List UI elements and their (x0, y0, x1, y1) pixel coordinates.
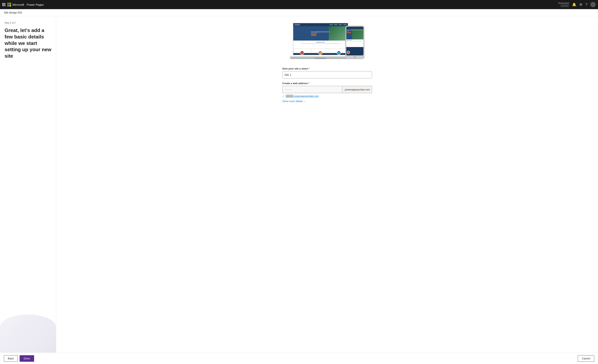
waffle-menu[interactable] (2, 3, 5, 6)
settings-icon[interactable]: ⚙ (579, 2, 582, 7)
screen-hero: Create an engaging headline, welcome, or… (293, 26, 348, 40)
show-more-label: Show more details (282, 100, 303, 103)
done-button[interactable]: Done (20, 355, 34, 362)
topbar-right: Environment ·········· 🔔 ⚙ ? (558, 2, 596, 7)
right-panel: Create an engaging headline, welcome, or… (56, 16, 598, 353)
mobile-mockup: Create an engaging headline, welcome, or… (345, 26, 364, 59)
mobile-hero-content: Create an engaging headline, welcome, or… (346, 29, 363, 34)
web-address-label: Create a web address * (282, 82, 372, 85)
site-name-input[interactable] (282, 71, 372, 78)
screen-intro-text: Create a short paragraph that shows your… (294, 43, 347, 44)
app-name: Power Pages (27, 3, 44, 6)
footer: Back Done Cancel (0, 353, 598, 364)
mobile-intro-text: Create a short paragraph that shows your… (347, 41, 363, 42)
screen-nav-links (330, 24, 347, 25)
badge-3: 3 (337, 51, 341, 55)
web-address-field[interactable]: .powerappsportals.com (282, 86, 372, 93)
environment-label: Environment (558, 2, 569, 4)
mobile-badge-1: 1 (347, 51, 350, 54)
site-preview: Create an engaging headline, welcome, or… (290, 22, 364, 62)
form-area: Give your site a name * Create a web add… (282, 67, 372, 103)
laptop-mockup: Create an engaging headline, welcome, or… (290, 22, 351, 59)
help-icon[interactable]: ? (585, 3, 587, 7)
show-more-details-link[interactable]: Show more details ⌄ (282, 100, 372, 103)
waffle-icon (2, 3, 5, 6)
left-panel: Step 2 of 2 Great, let's add a few basic… (0, 16, 56, 353)
step-label: Step 2 of 2 (5, 22, 51, 24)
badge-container: 1 2 3 (293, 51, 348, 55)
environment-selector[interactable]: Environment ·········· (558, 2, 569, 7)
page-title: Site design 001 (4, 11, 22, 14)
screen-hero-content: Create an engaging headline, welcome, or… (311, 31, 330, 36)
screen-intro: Introduction section Create a short para… (293, 40, 348, 48)
validation-row: ✓ ··········.powerappsportals.com (282, 95, 372, 97)
titlebar: Site design 001 (0, 9, 598, 16)
decorative-bg (0, 315, 56, 353)
microsoft-logo: Microsoft (7, 3, 24, 7)
mobile-home-btn (354, 56, 356, 58)
web-address-input[interactable] (282, 86, 342, 93)
mobile-hero: Create an engaging headline, welcome, or… (346, 29, 363, 40)
badge-2: 2 (318, 51, 323, 55)
screen-hero-headline: Create an engaging headline, welcome, or… (311, 31, 330, 34)
laptop-body (290, 56, 351, 59)
check-icon: ✓ (282, 95, 284, 97)
step-heading: Great, let's add a few basic details whi… (5, 27, 51, 59)
cancel-button[interactable]: Cancel (578, 355, 594, 362)
mobile-hero-headline: Create an engaging headline, welcome, or… (347, 30, 363, 32)
mobile-nav (346, 27, 363, 29)
mobile-frame: Create an engaging headline, welcome, or… (345, 26, 364, 59)
microsoft-label: Microsoft (13, 3, 24, 6)
notification-icon[interactable]: 🔔 (572, 2, 576, 7)
mobile-hero-btn (347, 32, 351, 33)
site-name-label: Give your site a name * (282, 67, 372, 70)
screen-logo (294, 24, 300, 25)
validation-url[interactable]: ··········.powerappsportals.com (286, 95, 319, 97)
laptop-notch (315, 58, 326, 59)
user-avatar[interactable] (590, 2, 596, 7)
chevron-down-icon: ⌄ (304, 100, 306, 103)
laptop-screen: Create an engaging headline, welcome, or… (293, 23, 348, 55)
screen-nav (293, 23, 348, 26)
main-container: Step 2 of 2 Great, let's add a few basic… (0, 16, 598, 353)
screen-intro-title: Introduction section (294, 42, 347, 43)
screen-hero-image (329, 26, 348, 40)
back-button[interactable]: Back (4, 355, 18, 362)
mobile-intro-title: Introduction section (347, 40, 363, 41)
mobile-intro: Introduction section Create a short para… (346, 40, 363, 47)
topbar: Microsoft Power Pages Environment ······… (0, 0, 598, 9)
badge-1: 1 (300, 51, 304, 55)
mobile-bottom-bar (346, 56, 364, 58)
environment-name: ·········· (560, 4, 569, 7)
web-address-suffix: .powerappsportals.com (342, 86, 372, 93)
screen-hero-cta (311, 34, 316, 36)
url-prefix-blurred: ·········· (286, 95, 293, 97)
